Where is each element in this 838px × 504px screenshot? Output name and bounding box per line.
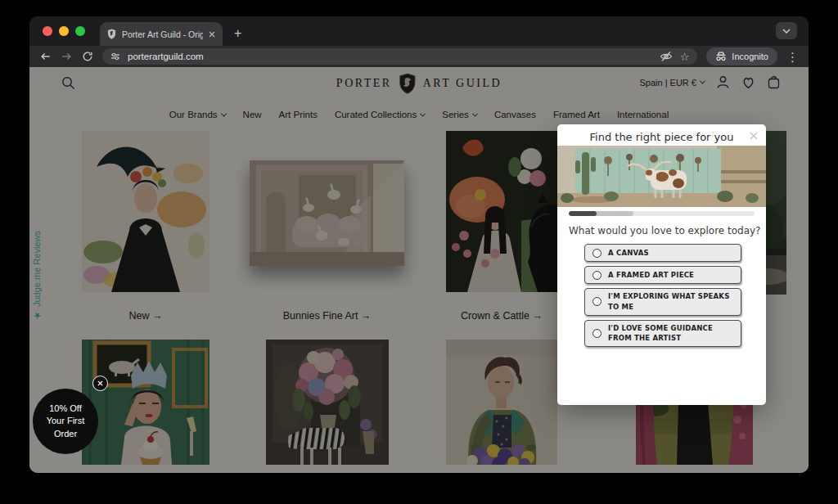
tab-favicon-crest-icon	[107, 29, 116, 39]
longhorn-barn-image	[557, 146, 766, 207]
option-a-canvas[interactable]: A CANVAS	[584, 244, 741, 262]
modal-title: Find the right piece for you	[557, 131, 766, 143]
promo-line: Order	[54, 428, 77, 440]
browser-window: Porter Art Guild - Original Ex +	[29, 16, 809, 473]
incognito-label: Incognito	[732, 52, 768, 61]
radio-icon	[592, 271, 601, 280]
reload-icon[interactable]	[82, 51, 93, 62]
progress-filled	[569, 211, 597, 216]
desktop-background: Porter Art Guild - Original Ex +	[0, 0, 838, 504]
quiz-options: A CANVAS A FRAMED ART PIECE I'M EXPLORIN…	[584, 244, 741, 347]
url-text[interactable]: porterartguild.com	[128, 52, 652, 61]
discount-promo-badge[interactable]: 10% Off Your First Order	[33, 389, 98, 454]
forward-icon[interactable]	[61, 51, 73, 62]
radio-icon	[592, 249, 601, 258]
tab-search-chevron-button[interactable]	[776, 22, 797, 39]
close-window-button[interactable]	[43, 26, 52, 36]
radio-icon	[592, 329, 601, 338]
back-icon[interactable]	[39, 51, 52, 62]
promo-line: 10% Off	[49, 403, 82, 415]
incognito-badge: Incognito	[706, 47, 777, 65]
option-guidance-from-artist[interactable]: I'D LOVE SOME GUIDANCE FROM THE ARTIST	[584, 320, 741, 348]
tab-close-icon[interactable]	[209, 31, 215, 38]
site-settings-icon[interactable]	[110, 52, 120, 61]
incognito-icon	[715, 52, 727, 61]
radio-icon	[592, 297, 601, 306]
browser-tab[interactable]: Porter Art Guild - Original Ex	[100, 22, 223, 46]
promo-close-icon[interactable]	[92, 376, 108, 391]
option-exploring-what-speaks-to-me[interactable]: I'M EXPLORING WHAT SPEAKS TO ME	[584, 288, 741, 316]
address-bar[interactable]: porterartguild.com ☆	[102, 48, 697, 65]
browser-toolbar: porterartguild.com ☆ Incognito ⋮	[29, 46, 809, 67]
bookmark-star-icon[interactable]: ☆	[680, 52, 690, 62]
zoom-window-button[interactable]	[75, 26, 85, 36]
new-tab-button[interactable]: +	[234, 26, 241, 41]
promo-line: Your First	[47, 415, 85, 427]
tab-bar: Porter Art Guild - Original Ex +	[29, 16, 809, 46]
page-viewport: PORTER ART GUILD Spain | EUR €	[29, 67, 809, 473]
modal-close-icon[interactable]	[745, 127, 763, 145]
option-a-framed-art-piece[interactable]: A FRAMED ART PIECE	[584, 266, 741, 284]
quiz-progress-bar	[569, 211, 755, 216]
quiz-question: What would you love to explore today?	[569, 225, 761, 236]
tab-title: Porter Art Guild - Original Ex	[122, 29, 203, 39]
minimize-window-button[interactable]	[59, 26, 69, 36]
browser-menu-icon[interactable]: ⋮	[786, 51, 799, 63]
quiz-modal: Find the right piece for you What would …	[557, 124, 766, 405]
eye-off-icon[interactable]	[660, 51, 673, 62]
window-controls	[29, 16, 100, 46]
